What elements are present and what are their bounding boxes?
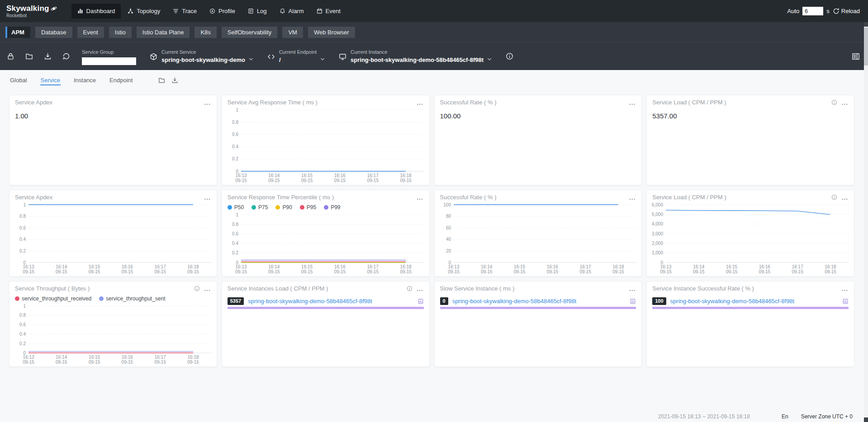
nav-item-topology[interactable]: Topology	[122, 4, 166, 19]
card-menu-button[interactable]: …	[629, 287, 636, 291]
info-icon[interactable]	[407, 286, 413, 291]
template-tab-k8s[interactable]: K8s	[194, 27, 216, 38]
inspect-icon[interactable]	[630, 298, 636, 305]
current-service-selector[interactable]: Current Service spring-boot-skywalking-d…	[150, 49, 254, 63]
folder-icon[interactable]	[25, 52, 33, 60]
card-menu-button[interactable]: …	[841, 101, 849, 104]
download-icon[interactable]	[171, 77, 178, 84]
lock-icon[interactable]	[7, 52, 14, 60]
svg-text:09-15: 09-15	[612, 269, 624, 274]
info-icon[interactable]	[194, 286, 200, 291]
card-menu-button[interactable]: …	[629, 196, 636, 199]
svg-text:16:13: 16:13	[235, 173, 247, 178]
logo-subtitle: Rocketbot	[6, 13, 57, 19]
card-menu-button[interactable]: …	[417, 101, 424, 104]
template-tab-web-browser[interactable]: Web Browser	[308, 27, 355, 38]
card-menu-button[interactable]: …	[841, 196, 849, 199]
svg-text:16:18: 16:18	[400, 173, 411, 178]
vertical-scrollbar[interactable]	[864, 22, 868, 422]
reload-button[interactable]: Reload	[833, 8, 860, 14]
card-service-instances-load-cpm-ppm: Service Instances Load ( CPM / PPM )…535…	[222, 281, 430, 367]
tab-global[interactable]: Global	[9, 71, 28, 89]
instance-link[interactable]: spring-boot-skywalking-demo-58b48465cf-8…	[248, 298, 413, 305]
legend-item[interactable]: service_throughput_received	[15, 295, 91, 302]
card-title: Service Avg Response Time ( ms )	[228, 99, 318, 106]
card-menu-button[interactable]: …	[629, 101, 636, 104]
dashboard-template-tabs: APMDatabaseEventIstioIstio Data PlaneK8s…	[0, 22, 868, 42]
tab-endpoint[interactable]: Endpoint	[109, 71, 133, 89]
card-menu-button[interactable]: …	[417, 287, 424, 291]
template-tab-database[interactable]: Database	[35, 27, 72, 38]
inspect-icon[interactable]	[417, 298, 424, 305]
server-zone-selector[interactable]: Server Zone UTC + 0	[801, 413, 853, 420]
legend-item[interactable]: P50	[228, 204, 244, 211]
template-tab-istio[interactable]: Istio	[109, 27, 132, 38]
svg-text:2,000: 2,000	[652, 241, 663, 246]
card-menu-button[interactable]: …	[841, 287, 849, 291]
info-icon[interactable]	[831, 99, 837, 105]
service-group-input[interactable]	[82, 57, 136, 65]
nav-item-profile[interactable]: Profile	[204, 4, 241, 19]
panel-toggle-icon[interactable]	[852, 52, 860, 61]
legend-item[interactable]: P75	[251, 204, 268, 211]
svg-text:16:18: 16:18	[825, 264, 836, 269]
legend-item[interactable]: service_throughput_sent	[99, 295, 165, 302]
card-title: Successful Rate ( % )	[440, 194, 497, 201]
svg-text:09-15: 09-15	[367, 178, 379, 183]
card-menu-button[interactable]: …	[204, 101, 211, 104]
nav-item-log[interactable]: Log	[242, 4, 273, 19]
card-service-throughput-bytes: Service Throughput ( Bytes )…service_thr…	[9, 281, 217, 367]
nav-item-dashboard[interactable]: Dashboard	[71, 4, 121, 19]
template-tab-selfobservability[interactable]: SelfObservability	[222, 27, 278, 38]
export-icon[interactable]	[44, 52, 52, 60]
svg-text:16:13: 16:13	[23, 264, 34, 269]
refresh-icon[interactable]	[62, 52, 70, 60]
inspect-icon[interactable]	[842, 298, 849, 305]
tab-instance[interactable]: Instance	[73, 71, 96, 89]
legend-item[interactable]: P90	[275, 204, 292, 211]
card-menu-button[interactable]: …	[204, 196, 211, 199]
instance-link[interactable]: spring-boot-skywalking-demo-58b48465cf-8…	[452, 298, 626, 305]
instance-link[interactable]: spring-boot-skywalking-demo-58b48465cf-8…	[670, 298, 838, 305]
current-endpoint-selector[interactable]: Current Endpoint /	[267, 49, 325, 63]
svg-text:0.4: 0.4	[19, 237, 26, 242]
logo[interactable]: Skywalking Rocketbot	[6, 4, 57, 18]
tab-service[interactable]: Service	[40, 71, 61, 89]
template-tab-vm[interactable]: VM	[282, 27, 303, 38]
legend-item[interactable]: P95	[300, 204, 316, 211]
svg-text:1: 1	[23, 304, 26, 309]
nav-item-trace[interactable]: Trace	[167, 4, 203, 19]
folder-icon[interactable]	[158, 77, 165, 84]
svg-text:09-15: 09-15	[579, 269, 591, 274]
info-icon[interactable]	[506, 52, 513, 60]
svg-text:16:16: 16:16	[122, 264, 133, 269]
scrollbar-down-button[interactable]	[864, 417, 868, 422]
language-selector[interactable]: En	[782, 413, 788, 420]
card-title: Service Apdex	[15, 99, 52, 106]
svg-text:09-15: 09-15	[268, 269, 280, 274]
svg-text:09-15: 09-15	[89, 269, 100, 274]
scrollbar-thumb[interactable]	[864, 28, 868, 66]
card-menu-button[interactable]: …	[417, 196, 424, 199]
legend-item[interactable]: P99	[324, 204, 340, 211]
current-instance-selector[interactable]: Current Instance spring-boot-skywalking-…	[339, 49, 492, 63]
svg-text:0.2: 0.2	[232, 250, 238, 255]
template-tab-event[interactable]: Event	[77, 27, 104, 38]
template-tab-apm[interactable]: APM	[5, 27, 30, 38]
auto-interval-input[interactable]	[802, 7, 823, 15]
instance-value-badge: 100	[652, 297, 666, 305]
scrollbar-up-button[interactable]	[864, 22, 868, 27]
svg-text:09-15: 09-15	[513, 269, 525, 274]
card-menu-button[interactable]: …	[204, 287, 211, 291]
current-service-value: spring-boot-skywalking-demo	[161, 56, 245, 63]
template-tab-istio-data-plane[interactable]: Istio Data Plane	[137, 27, 190, 38]
nav-item-event[interactable]: Event	[311, 4, 346, 19]
topology-icon	[128, 8, 133, 14]
info-icon[interactable]	[831, 194, 837, 200]
current-endpoint-label: Current Endpoint	[279, 49, 317, 55]
card-service-response-time-percentile-ms: Service Response Time Percentile ( ms )……	[222, 190, 430, 277]
instance-load-bar	[652, 307, 849, 309]
card-service-apdex: Service Apdex…1.00	[9, 95, 217, 185]
svg-text:16:15: 16:15	[301, 264, 313, 269]
nav-item-alarm[interactable]: Alarm	[274, 4, 310, 19]
